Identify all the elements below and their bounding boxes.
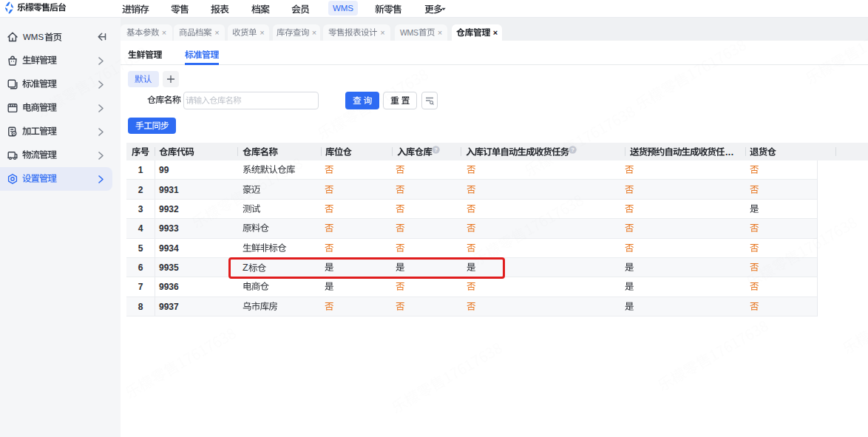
svg-text:?: ?: [434, 146, 438, 153]
